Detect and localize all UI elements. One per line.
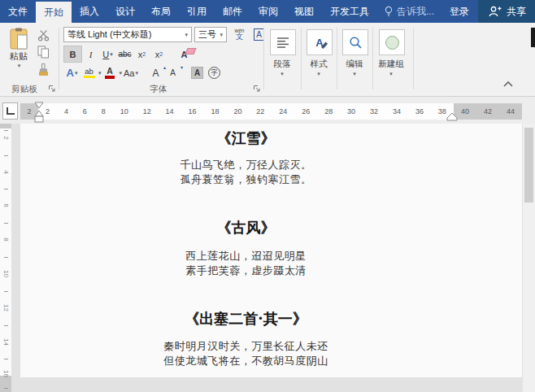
share-button[interactable]: 共享 [478,0,535,23]
search-icon [349,36,363,50]
ruler-number: 2 [27,107,31,115]
cut-button[interactable] [37,29,50,43]
lightbulb-icon [384,6,394,17]
paragraph-group-button[interactable] [270,29,296,55]
paste-button[interactable]: 粘贴 ▾ [5,28,33,69]
text-effects-dropdown-icon[interactable]: ▾ [75,70,78,76]
ruler-number: 28 [324,107,333,115]
tab-review[interactable]: 审阅 [250,0,286,23]
vertical-ruler[interactable]: 2 4 6 8 10 12 14 16 [0,124,11,392]
paragraph-group-label: 段落 [265,59,299,70]
v-ruler-number: 4 [2,167,10,178]
clipboard-group-label: 剪贴板 [3,84,46,95]
right-indent-marker[interactable] [446,112,458,121]
shrink-font-triangle-icon: ▾ [181,64,183,70]
paste-dropdown-icon[interactable]: ▾ [18,63,21,69]
poem-title: 《江雪》 [38,128,454,148]
enclose-characters-button[interactable]: 字 [206,65,223,81]
ruler-number: 14 [166,107,174,115]
tab-view[interactable]: 视图 [286,0,322,23]
copy-icon [37,46,50,59]
ruler-number: 6 [83,107,87,115]
paragraph-dropdown-icon[interactable]: ▾ [265,71,299,77]
vertical-scrollbar[interactable] [523,124,535,392]
font-size-select[interactable]: 三号 ▾ [194,27,227,42]
ruler-tick [4,155,8,156]
tab-developer[interactable]: 开发工具 [322,0,377,23]
clear-formatting-button[interactable]: A [176,46,193,62]
change-case-dropdown-icon[interactable]: ▾ [136,70,139,76]
word-window: 文件 开始 插入 设计 布局 引用 邮件 审阅 视图 开发工具 告诉我... 登… [0,0,535,392]
italic-button[interactable]: I [82,46,99,62]
v-ruler-number: 8 [2,234,10,246]
tab-home[interactable]: 开始 [36,2,72,23]
styles-group-label: 样式 [302,59,336,70]
phonetic-guide-button[interactable]: wén 文 [231,27,248,42]
shrink-font-label: A [170,68,176,77]
clipboard-dialog-launcher[interactable] [48,85,56,93]
tab-insert[interactable]: 插入 [72,0,107,23]
format-painter-icon [37,63,50,76]
v-ruler-number: 16 [2,368,10,380]
font-color-button[interactable]: A [102,65,119,81]
chevron-up-icon [502,80,514,88]
poem-title: 《出塞二首·其一》 [38,309,454,329]
ribbon: 粘贴 ▾ 剪贴板 [0,23,535,97]
ruler-tick [4,223,8,224]
left-indent-marker[interactable] [33,101,45,124]
ruler-tick [4,130,8,131]
poem-line: 秦时明月汉时关，万里长征人未还 [38,339,454,354]
character-shading-label: A [191,67,203,79]
window-edge-fragment [531,28,535,47]
font-group-label: 字体 [98,84,220,95]
font-size-dropdown-icon: ▾ [220,32,223,38]
new-group-dropdown-icon[interactable]: ▾ [370,71,412,77]
ruler-text-area: 2 4 6 8 10 12 14 16 18 20 22 24 26 28 30… [38,103,454,120]
editing-group-button[interactable] [342,29,368,55]
ruler-number: 16 [189,107,197,115]
change-case-button[interactable]: Aa ▾ [122,65,140,81]
character-shading-button[interactable]: A [189,65,206,81]
styles-dropdown-icon[interactable]: ▾ [302,71,336,77]
tab-layout[interactable]: 布局 [143,0,179,23]
scrollbar-thumb[interactable] [524,128,533,203]
bold-button[interactable]: B [63,46,82,63]
styles-group-button[interactable]: A [307,29,333,55]
format-painter-button[interactable] [37,63,50,78]
tell-me[interactable]: 告诉我... [377,0,441,23]
text-effects-button[interactable]: A ▾ [63,65,80,81]
highlight-color-button[interactable]: ab [80,65,98,81]
tell-me-label: 告诉我... [397,5,434,19]
strikethrough-button[interactable]: abc [116,46,133,62]
ruler-tick [4,189,8,189]
collapse-ribbon-button[interactable] [502,80,514,89]
grow-font-label: A [153,68,159,79]
horizontal-ruler[interactable]: 2 2 4 6 8 10 12 14 16 18 20 22 24 26 28 … [0,103,535,120]
tab-references[interactable]: 引用 [179,0,215,23]
circle-icon [385,36,399,50]
subscript-button[interactable]: x2 [133,46,150,62]
font-color-label: A [107,67,113,76]
shrink-font-button[interactable]: A ▾ [164,65,181,81]
copy-button[interactable] [37,46,50,60]
ruler-number: 24 [279,107,287,115]
superscript-button[interactable]: x2 [150,46,167,62]
underline-button[interactable]: U ▾ [99,46,116,62]
ruler-number: 2 [46,107,50,115]
sign-in-button[interactable]: 登录 [441,0,478,23]
character-border-button[interactable]: A [250,27,268,42]
tab-design[interactable]: 设计 [107,0,143,23]
new-group-button[interactable] [379,29,405,55]
editing-dropdown-icon[interactable]: ▾ [337,71,372,77]
grow-font-button[interactable]: A ▴ [147,65,164,81]
poem-line: 西上莲花山，迢迢见明星 [38,249,454,264]
paste-clipboard-icon [9,28,28,50]
font-name-select[interactable]: 等线 Light (中文标题) ▾ [63,27,192,42]
tab-mailings[interactable]: 邮件 [215,0,250,23]
v-ruler-top-margin [0,124,11,128]
underline-dropdown-icon[interactable]: ▾ [110,51,113,58]
change-case-label: Aa [124,68,134,78]
tab-file[interactable]: 文件 [0,0,36,23]
ruler-number: 38 [438,107,446,115]
font-dialog-launcher[interactable] [253,85,261,93]
